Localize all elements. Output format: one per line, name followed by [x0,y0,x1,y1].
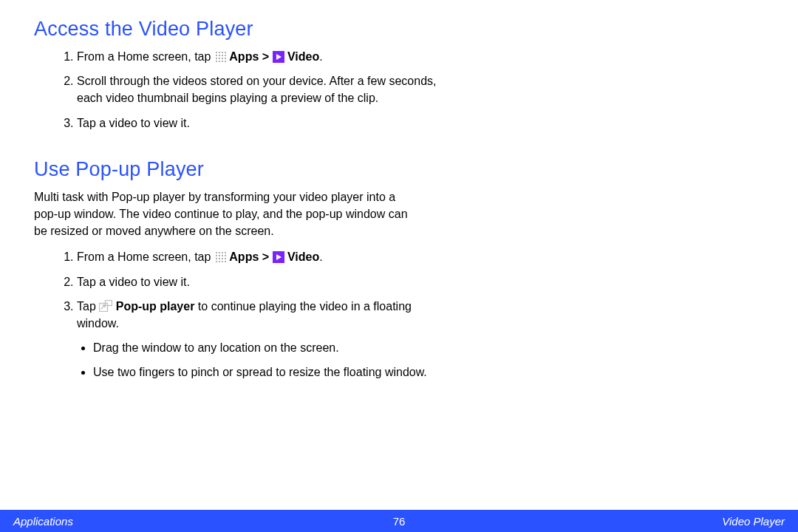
step-text: From a Home screen, tap [77,50,214,63]
access-steps-list: From a Home screen, tap Apps > Video. Sc… [34,48,768,132]
list-item: Tap a video to view it. [77,115,454,132]
video-play-icon [273,51,284,63]
step-text: From a Home screen, tap [77,250,214,263]
video-label: Video [287,250,319,263]
step-text: Tap [77,300,99,313]
page-footer: Applications 76 Video Player [0,510,798,532]
footer-page-number: 76 [393,515,406,528]
step-text: . [319,50,322,63]
list-item: Drag the window to any location on the s… [93,339,454,356]
popup-substeps: Drag the window to any location on the s… [77,339,454,381]
popup-lead-paragraph: Multi task with Pop-up player by transfo… [34,188,418,240]
heading-use-popup-player: Use Pop-up Player [34,158,768,181]
step-text: . [319,250,322,263]
list-item: From a Home screen, tap Apps > Video. [77,248,454,265]
apps-label: Apps > [229,250,272,263]
apps-label: Apps > [229,50,272,63]
list-item: Scroll through the videos stored on your… [77,72,454,106]
list-item: Tap Pop-up player to continue playing th… [77,298,454,381]
list-item: From a Home screen, tap Apps > Video. [77,48,454,65]
popup-player-icon [99,299,112,311]
list-item: Tap a video to view it. [77,273,454,290]
heading-access-video-player: Access the Video Player [34,18,768,41]
footer-section-right: Video Player [722,515,785,528]
footer-section-left: Applications [13,515,73,528]
popup-player-label: Pop-up player [116,300,195,313]
video-label: Video [287,50,319,63]
video-play-icon [273,251,284,263]
svg-rect-0 [100,303,108,311]
apps-grid-icon [214,50,226,62]
list-item: Use two fingers to pinch or spread to re… [93,364,454,381]
popup-steps-list: From a Home screen, tap Apps > Video. Ta… [34,248,768,381]
apps-grid-icon [214,250,226,262]
